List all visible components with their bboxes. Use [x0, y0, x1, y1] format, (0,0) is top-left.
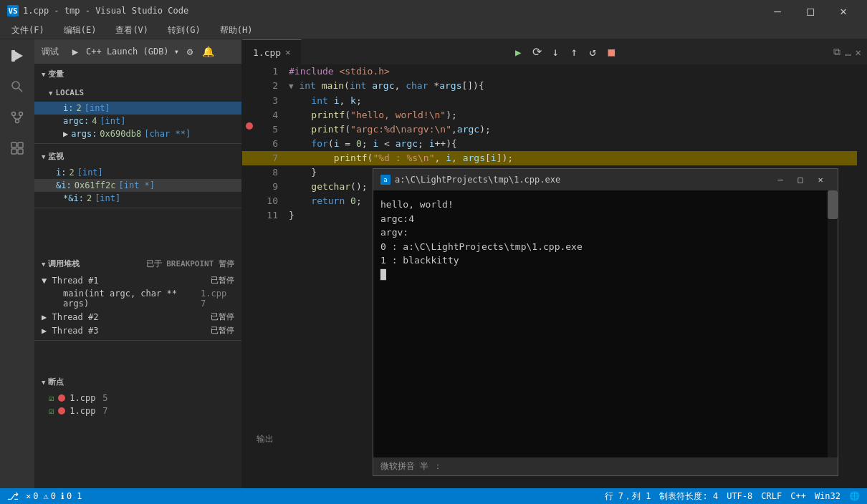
menu-view[interactable]: 查看(V) [111, 23, 153, 38]
tab-1cpp[interactable]: 1.cpp ✕ [242, 39, 302, 64]
terminal-titlebar: a a:\C\LightProjects\tmp\1.cpp.exe — □ ✕ [373, 169, 838, 190]
watch-i: i: 2 [int] [34, 166, 241, 179]
debug-play-btn[interactable]: ▶ [68, 44, 82, 59]
breakpoints-header[interactable]: ▼ 断点 [34, 372, 241, 392]
code-line-4: 4 printf("hello, world!\n"); [242, 108, 867, 122]
terminal-line-2: argc:4 [380, 212, 830, 226]
debug-settings-icon[interactable]: ⚙ [183, 44, 197, 59]
title-bar: VS 1.cpp - tmp - Visual Studio Code — □ … [0, 0, 867, 21]
terminal-footer: 微软拼音 半 ： [373, 457, 838, 475]
watch-section: ▼ 监视 i: 2 [int] &i: 0x61ff2c [int *] *&i… [34, 147, 241, 205]
terminal-scroll-thumb[interactable] [828, 190, 838, 219]
error-icon: ✕ [26, 491, 31, 501]
divider-2 [34, 208, 241, 208]
line-ending[interactable]: CRLF [761, 491, 782, 501]
status-bar-right: 行 7，列 1 制表符长度: 4 UTF-8 CRLF C++ Win32 🌐 [605, 490, 860, 503]
thread2-header[interactable]: ▶ Thread #2 已暂停 [34, 310, 241, 324]
thread3-header[interactable]: ▶ Thread #3 已暂停 [34, 324, 241, 337]
step-over-btn[interactable]: ⟳ [529, 44, 545, 60]
editor-scrollbar[interactable] [857, 64, 867, 488]
platform[interactable]: Win32 [815, 491, 840, 501]
svg-point-6 [16, 119, 19, 122]
menu-file[interactable]: 文件(F) [7, 23, 49, 38]
globe-icon[interactable]: 🌐 [849, 491, 860, 501]
tab-size[interactable]: 制表符长度: 4 [659, 490, 718, 503]
hint-num: 1 [77, 491, 82, 501]
encoding[interactable]: UTF-8 [727, 491, 752, 501]
step-into-btn[interactable]: ↓ [547, 44, 563, 60]
terminal-minimize-btn[interactable]: — [770, 172, 790, 188]
watch-content: i: 2 [int] &i: 0x61ff2c [int *] *&i: 2 [… [34, 166, 241, 205]
terminal-cursor: █ [380, 268, 830, 282]
menu-edit[interactable]: 编辑(E) [59, 23, 101, 38]
warning-icon: ⚠ [43, 491, 48, 501]
bp-row-1: ☑ 1.cpp 5 [34, 392, 241, 404]
menu-goto[interactable]: 转到(G) [163, 23, 205, 38]
restart-btn[interactable]: ↺ [585, 44, 600, 60]
terminal-line-1: hello, world! [380, 198, 830, 212]
continue-btn[interactable]: ▶ [510, 44, 526, 60]
variables-label: 变量 [48, 69, 64, 79]
callstack-section: ▼ 调用堆栈 已于 BREAKPOINT 暂停 ▼ Thread #1 已暂停 … [34, 254, 241, 337]
vscode-icon: VS [7, 5, 19, 16]
thread1-header[interactable]: ▼ Thread #1 已暂停 [34, 273, 241, 287]
terminal-line-5: 1 : blackkitty [380, 253, 830, 268]
stop-btn[interactable]: ■ [603, 44, 619, 60]
terminal-maximize-btn[interactable]: □ [790, 172, 810, 188]
sidebar: 调试 ▶ C++ Launch (GDB) ▾ ⚙ 🔔 ▼ 变量 ▼ Local… [34, 39, 242, 488]
watch-header[interactable]: ▼ 监视 [34, 147, 241, 166]
activity-run-debug[interactable] [5, 43, 30, 68]
bp-indicator-5 [242, 122, 257, 130]
variables-header[interactable]: ▼ 变量 [34, 64, 241, 84]
terminal-title: a a:\C\LightProjects\tmp\1.cpp.exe [380, 175, 560, 185]
terminal-close-btn[interactable]: ✕ [810, 172, 830, 188]
terminal-icon: a [380, 175, 391, 185]
activity-source-control[interactable] [5, 105, 30, 130]
activity-extensions[interactable] [5, 135, 30, 160]
watch-label: 监视 [48, 151, 64, 162]
maximize-button[interactable]: □ [794, 0, 827, 21]
tab-label: 1.cpp [253, 47, 281, 58]
split-editor-icon[interactable]: ⧉ [833, 46, 840, 58]
error-count[interactable]: ✕ 0 ⚠ 0 ℹ 0 1 [26, 491, 82, 501]
source-control-icon[interactable]: ⎇ [7, 490, 19, 502]
svg-point-4 [12, 112, 16, 115]
language-mode[interactable]: C++ [790, 491, 806, 501]
more-actions-icon[interactable]: … [845, 47, 851, 58]
close-editor-icon[interactable]: ✕ [856, 47, 861, 58]
tab-close-icon[interactable]: ✕ [285, 47, 290, 57]
bp-dot-1 [58, 394, 65, 402]
cursor-position[interactable]: 行 7，列 1 [605, 490, 651, 503]
bp-row-2: ☑ 1.cpp 7 [34, 404, 241, 417]
variables-content: ▼ Locals i: 2 [int] argc: 4 [int] ▶ args… [34, 84, 241, 140]
minimize-button[interactable]: — [761, 0, 794, 21]
watch-addr-i: &i: 0x61ff2c [int *] [34, 179, 241, 192]
breakpoints-section: ▼ 断点 ☑ 1.cpp 5 ☑ 1.cpp 7 [34, 372, 241, 417]
step-out-btn[interactable]: ↑ [566, 44, 582, 60]
menu-help[interactable]: 帮助(H) [216, 23, 257, 38]
divider-1 [34, 143, 241, 144]
variables-section: ▼ 变量 ▼ Locals i: 2 [int] argc: 4 [int] [34, 64, 241, 140]
debug-bell-icon[interactable]: 🔔 [201, 44, 215, 59]
svg-rect-1 [11, 50, 15, 62]
title-bar-left: VS 1.cpp - tmp - Visual Studio Code [7, 5, 188, 16]
terminal-scrollbar[interactable] [828, 190, 838, 457]
breakpoints-arrow: ▼ [42, 379, 45, 386]
code-line-3: 3 int i, k; [242, 94, 867, 108]
locals-label: Locals [55, 88, 84, 97]
close-button[interactable]: ✕ [827, 0, 860, 21]
sidebar-spacer2 [34, 344, 241, 372]
output-label: 输出 [257, 433, 274, 445]
debug-toolbar: 调试 ▶ C++ Launch (GDB) ▾ ⚙ 🔔 [34, 39, 241, 64]
var-i: i: 2 [int] [34, 102, 241, 115]
svg-line-3 [19, 88, 22, 92]
terminal-footer-text: 微软拼音 半 ： [380, 460, 442, 472]
activity-search[interactable] [5, 74, 30, 99]
var-argc: argc: 4 [int] [34, 115, 241, 127]
error-num: 0 [33, 491, 38, 501]
callstack-header[interactable]: ▼ 调用堆栈 已于 BREAKPOINT 暂停 [34, 254, 241, 273]
debug-config[interactable]: C++ Launch (GDB) ▾ [86, 47, 179, 57]
locals-header[interactable]: ▼ Locals [34, 84, 241, 102]
info-num: 0 [67, 491, 72, 501]
run-controls: ▶ ⟳ ↓ ↑ ↺ ■ [302, 39, 828, 64]
